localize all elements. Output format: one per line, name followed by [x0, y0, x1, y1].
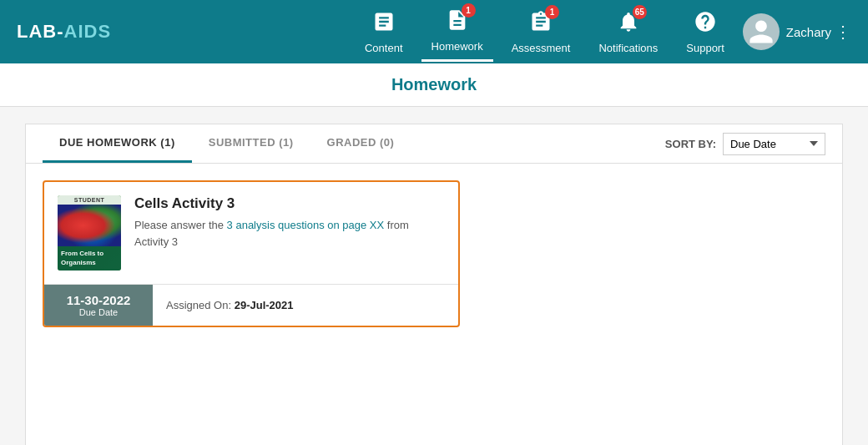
assigned-on-label: Assigned On: — [166, 299, 231, 311]
page-title: Homework — [0, 75, 868, 94]
avatar — [743, 13, 780, 50]
homework-label: Homework — [431, 40, 483, 53]
hw-description: Please answer the 3 analysis questions o… — [134, 217, 445, 250]
tab-due-homework[interactable]: DUE HOMEWORK (1) — [43, 124, 192, 163]
support-label: Support — [686, 42, 724, 54]
sort-select[interactable]: Due Date Title Assigned Date — [723, 133, 825, 155]
nav-item-homework[interactable]: 1 Homework — [421, 2, 493, 62]
hw-desc-highlight: 3 analysis questions on page XX — [227, 219, 385, 231]
hw-info: Cells Activity 3 Please answer the 3 ana… — [134, 195, 445, 250]
book-title: From Cells to Organisms — [58, 246, 121, 271]
assessment-badge: 1 — [545, 5, 559, 19]
content-icon — [372, 10, 396, 39]
homework-card-bottom: 11-30-2022 Due Date Assigned On: 29-Jul-… — [44, 284, 458, 326]
homework-icon: 1 — [446, 8, 469, 38]
nav-item-content[interactable]: Content — [355, 3, 413, 61]
nav: Content 1 Homework 1 Assessment — [355, 2, 734, 62]
logo-text: LAB — [17, 21, 57, 42]
book-student-label: STUDENT — [58, 195, 121, 205]
username: Zachary — [786, 25, 831, 39]
header: LAB-AIDS Content 1 Homework — [0, 0, 868, 63]
content-label: Content — [365, 42, 403, 54]
due-date-number: 11-30-2022 — [58, 293, 139, 307]
user-menu-dots: ⋮ — [835, 22, 851, 42]
book-cover: STUDENT From Cells to Organisms — [58, 195, 121, 271]
homework-card-top: STUDENT From Cells to Organisms Cells Ac… — [44, 182, 458, 284]
page-title-bar: Homework — [0, 63, 868, 107]
hw-title: Cells Activity 3 — [134, 195, 445, 212]
logo: LAB-AIDS — [17, 21, 111, 43]
sort-section: SORT BY: Due Date Title Assigned Date — [665, 133, 825, 155]
due-date-box: 11-30-2022 Due Date — [44, 285, 153, 326]
nav-item-notifications[interactable]: 65 Notifications — [588, 3, 668, 61]
tabs-bar: DUE HOMEWORK (1) SUBMITTED (1) GRADED (0… — [25, 124, 843, 163]
book-cells-graphic — [58, 205, 121, 246]
user-menu[interactable]: Zachary ⋮ — [743, 13, 851, 50]
nav-item-support[interactable]: Support — [676, 3, 734, 61]
tab-submitted[interactable]: SUBMITTED (1) — [192, 124, 310, 163]
nav-item-assessment[interactable]: 1 Assessment — [502, 3, 581, 61]
main-content: DUE HOMEWORK (1) SUBMITTED (1) GRADED (0… — [0, 107, 868, 445]
assigned-on-date: 29-Jul-2021 — [235, 299, 294, 311]
support-icon — [694, 10, 717, 39]
tab-graded[interactable]: GRADED (0) — [310, 124, 411, 163]
homework-badge: 1 — [462, 3, 476, 18]
homework-card[interactable]: STUDENT From Cells to Organisms Cells Ac… — [43, 180, 460, 327]
assigned-on: Assigned On: 29-Jul-2021 — [153, 291, 307, 320]
sort-by-label: SORT BY: — [665, 138, 716, 150]
notifications-badge: 65 — [633, 5, 647, 19]
notifications-label: Notifications — [598, 42, 658, 54]
assessment-icon: 1 — [529, 10, 553, 39]
assessment-label: Assessment — [512, 42, 571, 54]
notifications-icon: 65 — [617, 10, 640, 39]
due-date-label: Due Date — [58, 307, 139, 317]
content-area: STUDENT From Cells to Organisms Cells Ac… — [25, 163, 843, 445]
